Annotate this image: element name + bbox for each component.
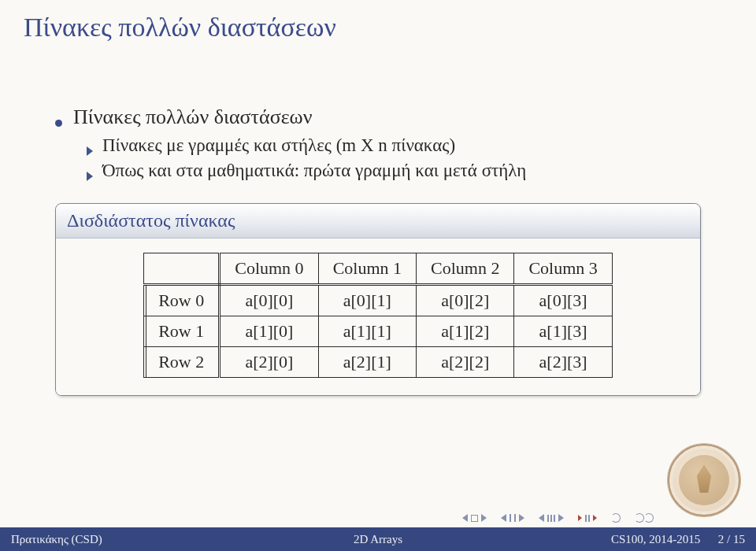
table-row: Row 0 a[0][0] a[0][1] a[0][2] a[0][3] [144,285,613,316]
redo-icon [644,513,654,523]
section-icon [510,514,516,522]
table-cell: a[0][1] [318,285,416,316]
next-frame-icon [593,515,597,521]
table-cell: a[2][2] [417,347,514,378]
table-corner [144,253,220,285]
nav-controls [462,513,654,523]
footer-title: 2D Arrays [354,533,402,546]
table-cell: a[1][2] [417,316,514,347]
nav-back[interactable] [611,513,621,523]
prev-frame-icon [578,515,582,521]
col-header: Column 1 [318,253,416,285]
table-row: Row 2 a[2][0] a[2][1] a[2][2] a[2][3] [144,347,613,378]
next-icon [558,514,564,522]
next-icon [519,514,524,522]
slide-content: Πίνακες πολλών διαστάσεων Πίνακες με γρα… [0,50,756,551]
table-cell: a[1][1] [318,316,416,347]
prev-icon [462,514,468,522]
footer-meta: CS100, 2014-2015 2 / 15 [611,533,745,546]
box-body: Column 0 Column 1 Column 2 Column 3 Row … [56,239,700,395]
subsection-icon [547,515,555,522]
table-cell: a[2][1] [318,347,416,378]
nav-prev-section[interactable] [501,514,524,522]
slide-icon [471,515,478,522]
table-cell: a[0][3] [514,285,612,316]
footer-page: 2 / 15 [718,533,745,545]
bullet-triangle-icon [87,172,93,181]
nav-prev-slide[interactable] [462,514,487,522]
university-seal-icon [668,444,740,516]
col-header: Column 2 [417,253,514,285]
table-cell: a[1][3] [514,316,612,347]
row-header: Row 2 [144,347,220,378]
frame-icon [585,515,590,522]
undo-icon [611,513,621,523]
next-icon [481,514,487,522]
example-box: Δισδιάστατος πίνακας Column 0 Column 1 C… [55,203,701,396]
table-cell: a[2][0] [220,347,318,378]
bullet-dot-icon [55,120,62,127]
footer-course: CS100, 2014-2015 [611,533,700,545]
box-title: Δισδιάστατος πίνακας [56,204,700,239]
subbullet-text: Όπως και στα μαθηματικά: πρώτα γραμμή κα… [102,161,526,181]
prev-icon [501,514,506,522]
footer-author: Πρατικάκης (CSD) [11,533,102,546]
row-header: Row 0 [144,285,220,316]
prev-icon [539,514,544,522]
table-row: Row 1 a[1][0] a[1][1] a[1][2] a[1][3] [144,316,613,347]
redo-icon [635,513,644,523]
nav-subsection[interactable] [539,514,564,522]
table-cell: a[1][0] [220,316,318,347]
row-header: Row 1 [144,316,220,347]
bullet-text: Πίνακες πολλών διαστάσεων [73,105,312,129]
col-header: Column 0 [220,253,318,285]
slide-title: Πίνακες πολλών διαστάσεων [0,0,756,50]
subbullet-item: Πίνακες με γραμμές και στήλες (m X n πίν… [87,135,701,156]
nav-repeat[interactable] [635,513,654,523]
two-d-array-table: Column 0 Column 1 Column 2 Column 3 Row … [143,253,613,378]
col-header: Column 3 [514,253,612,285]
table-cell: a[0][0] [220,285,318,316]
table-cell: a[2][3] [514,347,612,378]
footer-bar: Πρατικάκης (CSD) 2D Arrays CS100, 2014-2… [0,527,756,551]
bullet-item: Πίνακες πολλών διαστάσεων [55,105,701,129]
bullet-triangle-icon [87,146,93,156]
nav-frame[interactable] [578,515,597,522]
subbullet-text: Πίνακες με γραμμές και στήλες (m X n πίν… [102,135,455,156]
table-cell: a[0][2] [417,285,514,316]
subbullet-item: Όπως και στα μαθηματικά: πρώτα γραμμή κα… [87,161,701,181]
